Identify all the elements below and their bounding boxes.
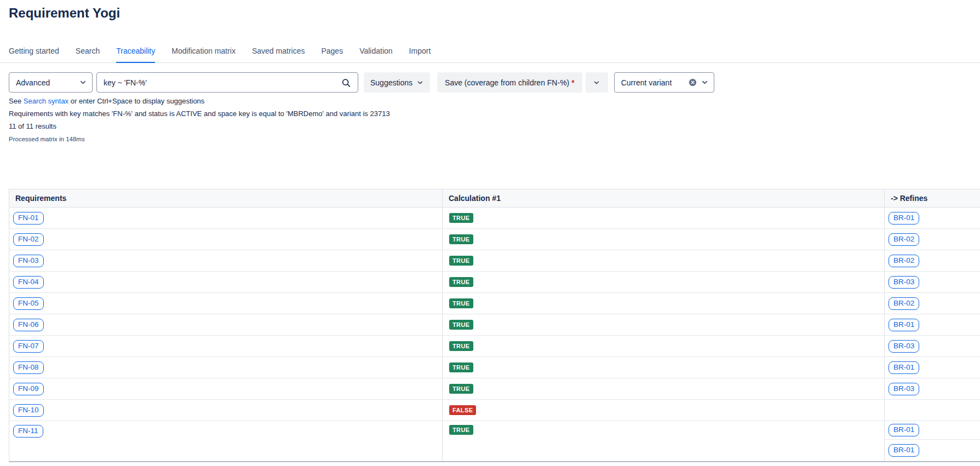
save-matrix-button[interactable]: Save (coverage from children FN-%) *: [437, 72, 582, 93]
search-icon: [341, 78, 351, 88]
refines-subcell: BR-01: [885, 421, 980, 440]
status-badge: TRUE: [449, 256, 473, 266]
search-help-text: See Search syntax or enter Ctrl+Space to…: [9, 97, 971, 106]
refines-link[interactable]: BR-01: [889, 424, 919, 436]
requirement-link[interactable]: FN-05: [13, 297, 44, 310]
table-row: FN-03 TRUE BR-02: [9, 250, 980, 272]
table-row: FN-09 TRUE BR-03: [9, 378, 980, 400]
save-options-button[interactable]: [586, 72, 608, 93]
tab-traceability[interactable]: Traceability: [116, 45, 155, 63]
chevron-down-icon: [593, 79, 600, 86]
table-row: FN-02 TRUE BR-02: [9, 229, 980, 250]
refines-link[interactable]: BR-03: [889, 383, 919, 395]
save-label: Save (coverage from children FN-%): [445, 78, 569, 87]
requirement-link[interactable]: FN-03: [13, 255, 44, 267]
tab-validation[interactable]: Validation: [359, 45, 392, 62]
table-row: FN-01 TRUE BR-01: [9, 208, 980, 229]
tab-saved-matrices[interactable]: Saved matrices: [252, 45, 305, 62]
table-row: FN-05 TRUE BR-02: [9, 293, 980, 314]
tab-pages[interactable]: Pages: [321, 45, 343, 62]
requirement-link[interactable]: FN-06: [13, 319, 44, 331]
help-prefix: See: [9, 97, 24, 105]
variant-value: Current variant: [621, 78, 689, 87]
query-input-value: key ~ 'FN-%': [104, 78, 147, 87]
refines-link[interactable]: BR-01: [889, 319, 919, 331]
status-badge: TRUE: [449, 213, 473, 223]
empty-refines-cell: [885, 400, 980, 421]
chevron-down-icon: [417, 79, 423, 86]
requirement-link[interactable]: FN-02: [13, 233, 44, 246]
search-syntax-link[interactable]: Search syntax: [24, 97, 68, 105]
tab-search[interactable]: Search: [76, 45, 100, 62]
status-badge: TRUE: [449, 277, 473, 287]
chevron-down-icon: [701, 79, 708, 86]
status-badge: TRUE: [449, 298, 473, 308]
help-suffix: or enter Ctrl+Space to display suggestio…: [68, 97, 204, 105]
search-mode-value: Advanced: [16, 78, 50, 87]
status-badge: TRUE: [449, 341, 473, 351]
status-badge: TRUE: [449, 363, 473, 372]
refines-link[interactable]: BR-03: [889, 276, 919, 289]
query-summary-text: Requirements with key matches 'FN-%' and…: [9, 110, 971, 118]
refines-link[interactable]: BR-01: [889, 212, 919, 225]
page-title: Requirement Yogi: [9, 5, 971, 21]
refines-link[interactable]: BR-02: [889, 297, 919, 310]
table-row: FN-10 FALSE: [9, 400, 980, 421]
processing-time: Processed matrix in 148ms: [9, 135, 971, 143]
requirement-link[interactable]: FN-09: [13, 383, 44, 395]
column-header-requirements: Requirements: [9, 189, 443, 207]
suggestions-button[interactable]: Suggestions: [364, 72, 430, 93]
search-button[interactable]: [338, 75, 354, 91]
refines-link[interactable]: BR-02: [889, 233, 919, 246]
tab-modification-matrix[interactable]: Modification matrix: [171, 45, 236, 62]
required-asterisk: *: [571, 78, 574, 87]
requirement-link[interactable]: FN-04: [13, 276, 44, 289]
status-badge: FALSE: [449, 405, 476, 415]
requirement-link[interactable]: FN-01: [13, 212, 44, 225]
requirement-link[interactable]: FN-11: [13, 425, 43, 438]
chevron-down-icon: [79, 79, 87, 86]
table-row: FN-06 TRUE BR-01: [9, 314, 980, 336]
table-header-row: Requirements Calculation #1 -> Refines: [9, 189, 980, 208]
tab-bar: Getting started Search Traceability Modi…: [0, 44, 980, 63]
table-row: FN-08 TRUE BR-01: [9, 357, 980, 378]
refines-subcell: BR-01: [885, 440, 980, 461]
status-badge: TRUE: [449, 320, 473, 330]
clear-icon[interactable]: [689, 78, 697, 87]
suggestions-label: Suggestions: [370, 78, 412, 87]
requirement-link[interactable]: FN-08: [13, 361, 44, 374]
refines-link[interactable]: BR-03: [889, 340, 919, 353]
refines-link[interactable]: BR-02: [889, 255, 919, 267]
status-badge: TRUE: [449, 425, 473, 435]
tab-import[interactable]: Import: [409, 45, 431, 62]
table-row: FN-07 TRUE BR-03: [9, 336, 980, 357]
search-toolbar: Advanced key ~ 'FN-%' Suggestions Save (…: [9, 72, 971, 93]
column-header-calculation: Calculation #1: [443, 189, 885, 207]
search-mode-select[interactable]: Advanced: [9, 72, 93, 93]
requirement-link[interactable]: FN-07: [13, 340, 44, 353]
traceability-table: Requirements Calculation #1 -> Refines F…: [9, 189, 980, 462]
refines-link[interactable]: BR-01: [889, 361, 919, 374]
refines-link[interactable]: BR-01: [889, 444, 919, 457]
status-badge: TRUE: [449, 384, 473, 394]
variant-select[interactable]: Current variant: [614, 72, 714, 93]
results-count: 11 of 11 results: [9, 122, 971, 131]
table-row: FN-11 TRUE BR-01 BR-01: [9, 421, 980, 461]
status-badge: TRUE: [449, 234, 473, 244]
column-header-refines: -> Refines: [885, 189, 980, 207]
requirement-link[interactable]: FN-10: [13, 404, 44, 417]
query-input[interactable]: key ~ 'FN-%': [96, 72, 358, 93]
table-row: FN-04 TRUE BR-03: [9, 272, 980, 293]
tab-getting-started[interactable]: Getting started: [9, 45, 59, 62]
